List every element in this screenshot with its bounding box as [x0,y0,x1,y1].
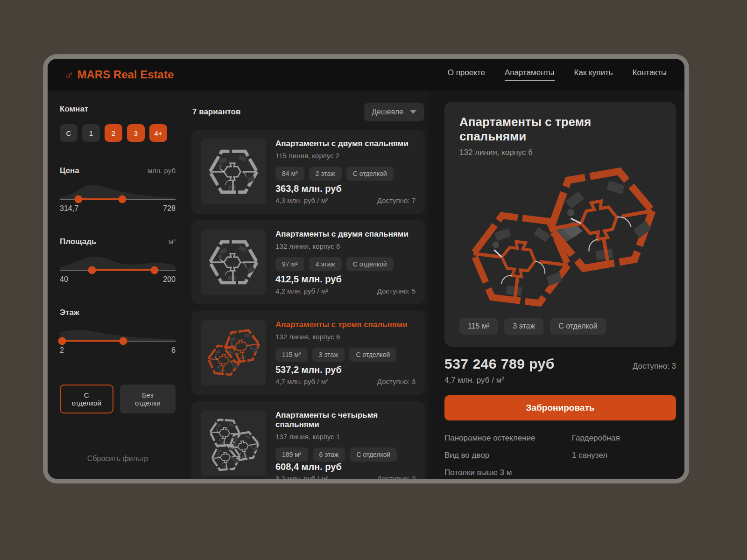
mars-icon: ♂ [64,69,74,81]
card-price-per-m2: 4,7 млн. руб / м² [275,378,328,385]
nav-apartments[interactable]: Апартаменты [505,68,555,81]
card-title: Апартаменты с двумя спальнями [275,139,416,148]
room-btn-2[interactable]: 2 [105,124,122,142]
price-slider-handle-min[interactable] [74,196,82,203]
price-min: 314,7 [60,204,78,213]
card-address: 132 линия, корпус 6 [275,333,416,341]
apartment-card-selected[interactable]: Апартаменты с тремя спальнями 132 линия,… [191,311,425,395]
finish-with-button[interactable]: С отделкой [60,385,113,413]
room-btn-studio[interactable]: С [60,124,78,142]
card-address: 137 линия, корпус 1 [275,433,416,441]
card-price: 363,8 млн. руб [275,183,416,194]
results-count: 7 вариантов [192,107,240,117]
floor-filter: Этаж 2 6 [60,308,176,355]
finish-without-button[interactable]: Без отделки [120,385,176,413]
sort-dropdown[interactable]: Дешевле [364,103,424,121]
price-slider-handle-max[interactable] [118,196,126,203]
rooms-buttons: С 1 2 3 4+ [60,124,176,142]
card-price: 608,4 млн. руб [275,462,416,472]
room-btn-3[interactable]: 3 [127,124,145,142]
detail-available: Доступно: 3 [633,362,676,371]
nav-contacts[interactable]: Контакты [633,68,667,81]
floor-plan-thumbnail [201,320,266,385]
price-label: Цена [60,166,79,175]
card-tag-finish: С отделкой [349,348,396,362]
apartment-card[interactable]: Апартаменты с двумя спальнями 115 линия,… [191,130,425,214]
area-label: Площадь [60,237,96,246]
sort-label: Дешевле [372,108,403,116]
detail-tag-finish: С отделкой [550,318,606,335]
card-price-per-m2: 4,2 млн. руб / м² [275,287,328,295]
price-unit: млн. руб [148,167,176,175]
area-slider-handle-max[interactable] [151,266,159,274]
card-tag-floor: 6 этаж [313,448,345,462]
card-tag-finish: С отделкой [346,257,394,271]
area-filter: Площадь м² 40 200 [60,237,176,284]
area-max: 200 [163,275,176,284]
floor-plan-thumbnail [201,139,266,204]
floor-slider-handle-max[interactable] [120,337,127,345]
card-tag-floor: 2 этаж [309,167,342,181]
card-tag-area: 189 м² [275,448,308,462]
floor-plan-thumbnail [201,411,266,476]
card-price: 412,5 млн. руб [275,274,416,285]
card-available: Доступно: 5 [377,287,416,295]
card-title: Апартаменты с двумя спальнями [275,230,416,239]
card-price-per-m2: 3,2 млн. руб / м² [275,475,328,483]
card-tag-finish: С отделкой [350,448,397,462]
card-available: Доступно: 7 [377,196,416,204]
area-slider-handle-min[interactable] [88,266,96,274]
detail-title: Апартаменты с тремя спальнями [459,115,661,144]
floor-histogram [60,322,176,341]
feature-item: Панорамное остекление [444,434,572,443]
detail-tag-floor: 3 этаж [504,318,543,335]
card-address: 132 линия, корпус 6 [275,242,416,250]
feature-item: Гардеробная [572,434,620,443]
card-tag-floor: 3 этаж [312,348,345,362]
price-max: 728 [163,204,176,213]
card-title: Апартаменты с четырьмя спальнями [275,411,416,429]
book-button[interactable]: Забронировать [444,395,676,420]
main-nav: О проекте Апартаменты Как купить Контакт… [448,68,667,81]
rooms-label: Комнат [60,105,176,114]
filters-sidebar: Комнат С 1 2 3 4+ Цена млн. руб [48,91,188,479]
chevron-down-icon [410,110,416,114]
feature-item: 1 санузел [572,451,620,460]
area-histogram [60,251,176,270]
card-tag-finish: С отделкой [346,167,394,181]
feature-item: Потолки выше 3 м [444,468,572,477]
logo-text: MARS Real Estate [78,68,174,81]
features-list: Панорамное остекление Вид во двор Потолк… [444,434,676,477]
detail-price-per-m2: 4,7 млн. руб / м² [444,376,676,385]
card-tag-area: 115 м² [275,348,308,362]
nav-about[interactable]: О проекте [448,68,485,81]
floor-plan-thumbnail [201,230,266,295]
floor-slider-handle-min[interactable] [58,337,66,345]
apartment-card[interactable]: Апартаменты с двумя спальнями 132 линия,… [191,220,425,304]
room-btn-4plus[interactable]: 4+ [149,124,167,142]
detail-tag-area: 115 м² [459,318,498,335]
floor-slider[interactable] [60,341,176,342]
logo[interactable]: ♂ MARS Real Estate [64,68,174,81]
detail-panel: Апартаменты с тремя спальнями 132 линия,… [429,91,684,479]
card-tag-area: 84 м² [275,167,304,181]
card-available: Доступно: 2 [377,475,416,483]
room-btn-1[interactable]: 1 [82,124,100,142]
area-unit: м² [169,238,176,245]
price-slider[interactable] [60,199,176,200]
reset-filters-link[interactable]: Сбросить фильтр [60,455,176,469]
card-price: 537,2 млн. руб [275,364,416,375]
card-tag-floor: 4 этаж [309,257,342,271]
nav-how-to-buy[interactable]: Как купить [574,68,613,81]
floor-plan-image [459,159,661,317]
area-slider[interactable] [60,270,176,271]
apartment-card[interactable]: Апартаменты с четырьмя спальнями 137 лин… [191,401,425,483]
card-tag-area: 97 м² [275,257,304,271]
area-min: 40 [60,275,68,284]
floor-min: 2 [60,346,64,355]
app-window: ♂ MARS Real Estate О проекте Апартаменты… [43,54,689,483]
results-list: 7 вариантов Дешевле Апартаменты с двумя … [188,91,429,479]
feature-item: Вид во двор [444,451,572,460]
card-available: Доступно: 3 [377,378,416,385]
floor-max: 6 [171,346,176,355]
